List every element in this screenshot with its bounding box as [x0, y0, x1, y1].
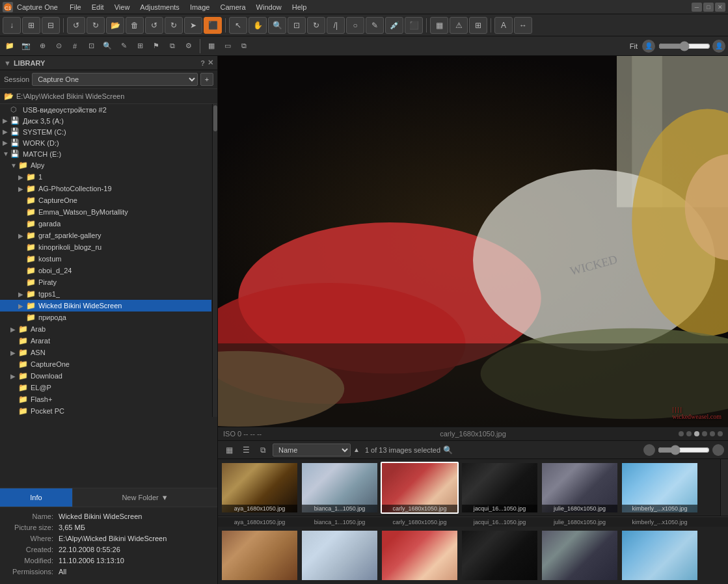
- settings-panel-btn[interactable]: ⚙: [182, 39, 196, 53]
- tree-item[interactable]: 📁CaptureOne: [0, 358, 211, 370]
- filmstrip-thumb-row2[interactable]: [621, 529, 699, 581]
- sort-select[interactable]: Name: [273, 444, 351, 457]
- grid-view-button[interactable]: ⊞: [22, 17, 40, 34]
- warning-button[interactable]: ⚠: [450, 17, 468, 34]
- sort-asc-icon[interactable]: ▲: [353, 446, 360, 453]
- search-icon[interactable]: 🔍: [443, 445, 453, 455]
- view-compare-btn[interactable]: ⧉: [237, 39, 251, 53]
- tree-arrow[interactable]: ▼: [3, 150, 10, 157]
- tree-item[interactable]: ▶📁Download: [0, 370, 211, 382]
- tree-item[interactable]: 📁oboi_d_24: [0, 265, 211, 276]
- tree-item[interactable]: ▶📁Arab: [0, 323, 211, 335]
- tree-arrow[interactable]: ▶: [3, 139, 10, 146]
- menu-help[interactable]: Help: [287, 2, 312, 12]
- tree-arrow[interactable]: ▶: [18, 302, 26, 310]
- tree-item[interactable]: 📁kinoprikoli_blogz_ru: [0, 241, 211, 253]
- cursor-tool[interactable]: ↖: [229, 17, 247, 34]
- add-session-button[interactable]: +: [200, 73, 213, 86]
- view-grid-btn[interactable]: ▦: [204, 39, 219, 53]
- tree-item[interactable]: 📁CaptureOne: [0, 194, 211, 206]
- info-tab[interactable]: Info: [0, 488, 73, 507]
- close-button[interactable]: ✕: [715, 3, 725, 12]
- tree-arrow[interactable]: ▶: [18, 291, 26, 298]
- pan-tool[interactable]: ✋: [249, 17, 267, 34]
- tree-arrow[interactable]: ▶: [10, 326, 18, 333]
- grid-view-lg-button[interactable]: ▦: [430, 17, 448, 34]
- filmstrip-thumb[interactable]: aya_1680x1050.jpg: [221, 462, 299, 514]
- menu-image[interactable]: Image: [185, 2, 215, 12]
- help-icon[interactable]: ?: [200, 59, 205, 67]
- redo-button[interactable]: ↻: [87, 17, 105, 34]
- filmstrip-compare-btn[interactable]: ⧉: [256, 443, 270, 457]
- grid-panel-btn[interactable]: ⊞: [133, 39, 147, 53]
- tree-item[interactable]: ▶💾Диск 3,5 (A:): [0, 115, 211, 126]
- grid-sm-button[interactable]: ⊞: [469, 17, 487, 34]
- filmstrip-zoom-slider[interactable]: [658, 445, 710, 455]
- menu-view[interactable]: View: [109, 2, 135, 12]
- filmstrip-thumb-row2[interactable]: [461, 529, 539, 581]
- library-expand-icon[interactable]: ▼: [4, 59, 11, 67]
- filmstrip-list-btn[interactable]: ☰: [239, 443, 253, 457]
- tree-item[interactable]: 📁природа: [0, 312, 211, 323]
- menu-window[interactable]: Window: [251, 2, 287, 12]
- menu-camera[interactable]: Camera: [215, 2, 250, 12]
- tree-item[interactable]: ▶💾SYSTEM (C:): [0, 126, 211, 137]
- tree-arrow[interactable]: ▶: [10, 349, 18, 356]
- tree-item[interactable]: ▶💾WORK (D:): [0, 137, 211, 148]
- zoom-tool[interactable]: 🔍: [268, 17, 286, 34]
- tree-arrow[interactable]: ▶: [18, 174, 26, 181]
- filmstrip-thumb[interactable]: carly_1680x1050.jpg: [381, 462, 459, 514]
- tree-item[interactable]: ▶📁tgps1_: [0, 288, 211, 300]
- menu-edit[interactable]: Edit: [87, 2, 109, 12]
- tree-item[interactable]: 📁Pocket PC: [0, 405, 211, 417]
- forward-button[interactable]: ➤: [184, 17, 202, 34]
- tree-arrow[interactable]: ▶: [3, 117, 10, 124]
- delete-button[interactable]: 🗑: [126, 17, 144, 34]
- pen-panel-btn[interactable]: ✎: [116, 39, 131, 53]
- export-button[interactable]: ⬛: [204, 17, 222, 34]
- loupe-button[interactable]: ⊟: [42, 17, 60, 34]
- filmstrip-thumb[interactable]: jacqui_16...1050.jpg: [461, 462, 539, 514]
- brush-tool[interactable]: ⬛: [405, 17, 423, 34]
- circle-panel-btn[interactable]: ⊙: [51, 39, 66, 53]
- adjust-panel-btn[interactable]: ⊕: [35, 39, 49, 53]
- tree-item[interactable]: ⬡USB-видеоустройство #2: [0, 104, 211, 115]
- pen-tool[interactable]: ✎: [366, 17, 384, 34]
- tree-item[interactable]: 📁garada: [0, 218, 211, 230]
- tree-arrow[interactable]: ▶: [3, 128, 10, 135]
- eyedropper-tool[interactable]: 💉: [385, 17, 403, 34]
- tree-arrow[interactable]: ▼: [10, 162, 18, 169]
- tree-item[interactable]: 📁EL@P: [0, 382, 211, 393]
- filmstrip-thumb-row2[interactable]: [221, 529, 299, 581]
- rotate-tool[interactable]: ↻: [307, 17, 325, 34]
- filmstrip-thumb[interactable]: kimberly_...x1050.jpg: [621, 462, 699, 514]
- tree-item[interactable]: ▶📁graf_sparkle-gallery: [0, 230, 211, 241]
- tree-item[interactable]: 📁Piraty: [0, 276, 211, 288]
- tree-item[interactable]: ▼💾MATCH (E:): [0, 148, 211, 159]
- folder-panel-btn[interactable]: 📁: [3, 39, 17, 53]
- new-folder-button[interactable]: New Folder ▼: [73, 488, 217, 507]
- number-panel-btn[interactable]: #: [68, 39, 82, 53]
- tree-arrow[interactable]: ▶: [10, 373, 18, 380]
- rotate-ccw-button[interactable]: ↺: [145, 17, 163, 34]
- zoom-slider[interactable]: [658, 41, 710, 51]
- undo-button[interactable]: ↺: [67, 17, 85, 34]
- menu-adjustments[interactable]: Adjustments: [135, 2, 185, 12]
- tree-arrow[interactable]: ▶: [18, 185, 26, 192]
- tree-item[interactable]: 📁Emma_Watson_ByMortallity: [0, 206, 211, 218]
- tree-arrow[interactable]: ▶: [18, 232, 26, 239]
- camera-panel-btn[interactable]: 📷: [19, 39, 33, 53]
- search-panel-btn[interactable]: 🔍: [100, 39, 115, 53]
- open-folder-button[interactable]: 📂: [106, 17, 124, 34]
- tree-item[interactable]: ▶📁ASN: [0, 347, 211, 358]
- filmstrip-thumb[interactable]: julie_1680x1050.jpg: [541, 462, 619, 514]
- filmstrip-thumb-row2[interactable]: [301, 529, 379, 581]
- crop-panel-btn[interactable]: ⊡: [84, 39, 98, 53]
- tree-item[interactable]: 📁kostum: [0, 253, 211, 265]
- tree-item[interactable]: ▼📁Alpy: [0, 159, 211, 171]
- filmstrip-thumb-row2[interactable]: [381, 529, 459, 581]
- circle-tool[interactable]: ○: [346, 17, 364, 34]
- tree-item[interactable]: ▶📁AG-PhotoCollection-19: [0, 183, 211, 194]
- tree-item[interactable]: ▶📁1: [0, 171, 211, 183]
- minimize-button[interactable]: ─: [692, 3, 702, 12]
